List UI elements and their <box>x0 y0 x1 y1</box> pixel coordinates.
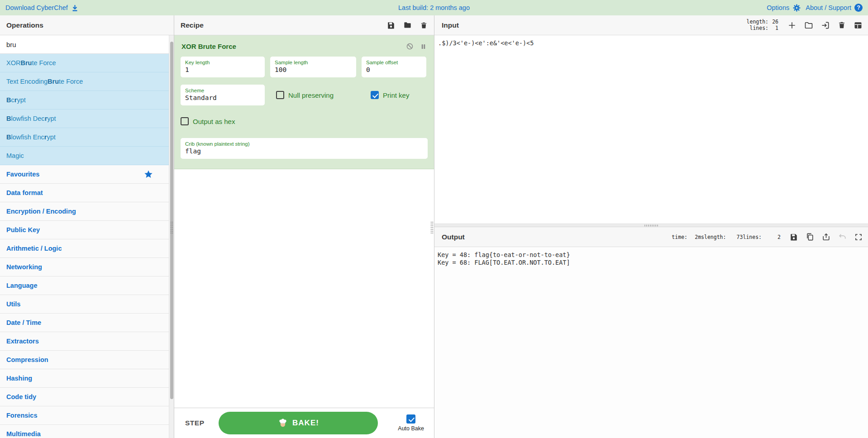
operation-search-result[interactable]: Magic <box>0 147 169 165</box>
category-data-format[interactable]: Data format <box>0 184 169 202</box>
output-time-value: 2ms <box>687 234 704 240</box>
print-key-label: Print key <box>383 91 409 99</box>
io-resize-handle[interactable] <box>644 224 658 227</box>
category-encryption-encoding[interactable]: Encryption / Encoding <box>0 202 169 221</box>
recipe-panel: Recipe XOR Brute Force <box>174 15 434 438</box>
operation-search-result[interactable]: Bcrypt <box>0 91 169 110</box>
help-icon: ? <box>854 4 863 12</box>
maximise-icon[interactable] <box>854 233 863 241</box>
sample-length-label: Sample length <box>275 59 352 66</box>
sample-offset-field[interactable]: Sample offset 0 <box>362 57 426 77</box>
add-icon[interactable] <box>787 21 796 30</box>
replace-input-icon[interactable] <box>822 233 830 241</box>
options-label: Options <box>767 4 789 11</box>
crib-value[interactable]: flag <box>185 147 423 156</box>
open-folder-icon[interactable] <box>804 21 813 30</box>
operations-title: Operations <box>6 21 43 29</box>
operation-search-result[interactable]: Blowfish Decrypt <box>0 110 169 128</box>
operations-scrollbar[interactable] <box>169 35 174 438</box>
key-length-value[interactable]: 1 <box>185 66 260 74</box>
copy-icon[interactable] <box>806 233 814 241</box>
category-code-tidy[interactable]: Code tidy <box>0 388 169 406</box>
category-label: Compression <box>6 356 48 363</box>
about-support-link[interactable]: About / Support ? <box>806 4 863 12</box>
category-label: Networking <box>6 263 42 271</box>
category-compression[interactable]: Compression <box>0 351 169 369</box>
print-key-checkbox[interactable] <box>371 91 379 99</box>
category-extractors[interactable]: Extractors <box>0 332 169 351</box>
operations-search-row <box>0 35 174 54</box>
panel-resize-handle[interactable] <box>170 221 173 234</box>
operation-name-segment: ypt <box>47 133 55 141</box>
category-label: Extractors <box>6 338 39 345</box>
category-forensics[interactable]: Forensics <box>0 406 169 425</box>
bake-button[interactable]: BAKE! <box>219 412 378 434</box>
disable-icon[interactable] <box>406 43 414 50</box>
io-column: Input length: 26 lines: 1 <box>434 15 868 438</box>
sample-length-value[interactable]: 100 <box>275 66 352 74</box>
input-header: Input length: 26 lines: 1 <box>434 15 868 35</box>
sample-length-field[interactable]: Sample length 100 <box>270 57 356 77</box>
operation-name-segment: Text Encoding <box>6 78 48 85</box>
undo-icon[interactable] <box>838 233 847 241</box>
operation-name-segment: ypt <box>17 96 25 104</box>
operation-search-result[interactable]: XOR Brute Force <box>0 54 169 72</box>
output-as-hex-checkbox[interactable] <box>181 117 189 125</box>
layout-icon[interactable] <box>854 21 863 30</box>
operation-name-segment: lowfish Enc <box>11 133 44 141</box>
operations-header: Operations <box>0 15 174 35</box>
options-link[interactable]: Options <box>767 4 801 12</box>
operation-name-segment: lowfish Dec <box>11 115 44 122</box>
trash-icon[interactable] <box>420 21 428 29</box>
sample-offset-value[interactable]: 0 <box>366 66 422 74</box>
download-cyberchef-link[interactable]: Download CyberChef <box>5 4 79 12</box>
scrollbar-thumb[interactable] <box>170 42 173 399</box>
save-icon[interactable] <box>790 233 798 241</box>
operation-name-segment: B <box>6 96 11 104</box>
category-networking[interactable]: Networking <box>0 258 169 276</box>
category-favourites[interactable]: Favourites <box>0 165 169 184</box>
operation-search-input[interactable] <box>0 35 174 53</box>
category-label: Data format <box>6 189 43 196</box>
output-lines-value: 2 <box>762 234 781 240</box>
category-label: Forensics <box>6 412 38 419</box>
category-label: Encryption / Encoding <box>6 208 76 215</box>
pause-icon[interactable] <box>420 43 427 50</box>
operation-search-result[interactable]: Blowfish Encrypt <box>0 128 169 147</box>
input-text-area[interactable]: .$)/3<'e-)<e':e&'<e<'e-)<5 <box>434 35 868 224</box>
recipe-title: Recipe <box>181 21 204 29</box>
scheme-select[interactable]: Scheme Standard <box>181 85 265 105</box>
category-date-time[interactable]: Date / Time <box>0 314 169 332</box>
scheme-value[interactable]: Standard <box>185 94 260 102</box>
auto-bake-checkbox[interactable] <box>406 414 415 424</box>
output-length-value: 73 <box>726 234 743 240</box>
recipe-operation-xor-brute-force[interactable]: XOR Brute Force Key length 1 <box>174 35 434 169</box>
open-input-icon[interactable] <box>821 21 830 30</box>
category-multimedia[interactable]: Multimedia <box>0 425 169 438</box>
category-utils[interactable]: Utils <box>0 295 169 314</box>
recipe-body: XOR Brute Force Key length 1 <box>174 35 434 408</box>
category-language[interactable]: Language <box>0 276 169 295</box>
folder-icon[interactable] <box>403 21 412 29</box>
key-length-field[interactable]: Key length 1 <box>181 57 265 77</box>
ingredient-row-2: Scheme Standard Null preserving Print ke… <box>174 82 434 108</box>
gear-icon <box>792 4 801 12</box>
trash-icon[interactable] <box>838 21 846 29</box>
operation-search-result[interactable]: Text Encoding Brute Force <box>0 72 169 91</box>
panel-resize-handle[interactable] <box>430 221 434 234</box>
save-icon[interactable] <box>387 21 395 29</box>
null-preserving-checkbox[interactable] <box>276 91 284 99</box>
null-preserving-label: Null preserving <box>288 91 334 99</box>
operation-name-segment: te Force <box>32 59 56 67</box>
category-arithmetic-logic[interactable]: Arithmetic / Logic <box>0 239 169 258</box>
category-public-key[interactable]: Public Key <box>0 221 169 239</box>
io-splitter[interactable] <box>434 224 868 227</box>
step-button[interactable]: STEP <box>185 419 204 427</box>
crib-field[interactable]: Crib (known plaintext string) flag <box>181 138 428 159</box>
input-pane: Input length: 26 lines: 1 <box>434 15 868 224</box>
star-icon[interactable] <box>144 170 153 179</box>
sample-offset-label: Sample offset <box>366 59 422 66</box>
key-length-label: Key length <box>185 59 260 66</box>
category-hashing[interactable]: Hashing <box>0 369 169 388</box>
category-label: Hashing <box>6 375 32 382</box>
